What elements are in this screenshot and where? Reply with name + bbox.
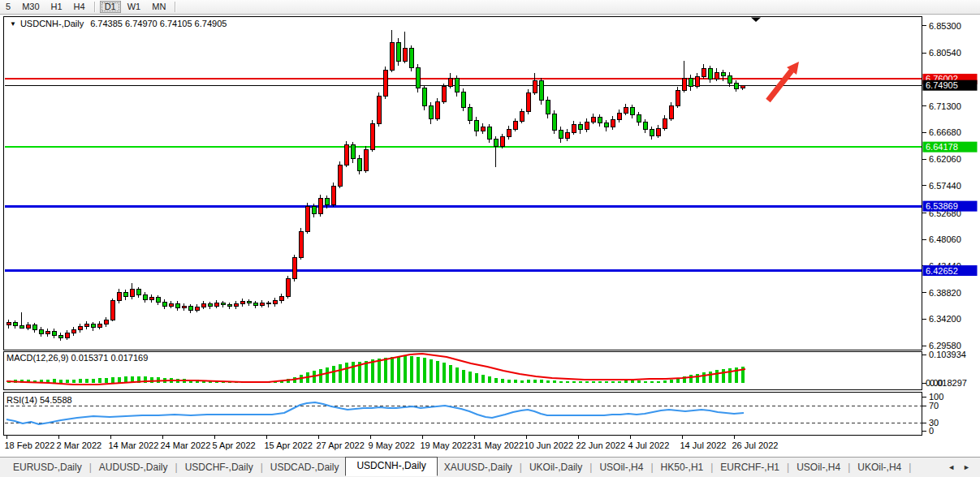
candle-body [58, 336, 63, 337]
macd-histogram-bar [631, 380, 634, 383]
date-label: 10 Jun 2022 [525, 440, 574, 450]
timeframe-button-5[interactable]: 5 [1, 1, 15, 13]
candle-body [279, 297, 283, 301]
candle-body [455, 79, 459, 92]
macd-histogram-bar [663, 380, 667, 383]
candle-body [390, 42, 394, 70]
macd-histogram-bar [449, 365, 452, 383]
candle-body [676, 91, 680, 105]
date-label: 24 Mar 2022 [161, 440, 211, 450]
macd-histogram-bar [59, 380, 63, 383]
candle-body [702, 69, 706, 77]
symbol-tab-xauusd-daily[interactable]: XAUUSD-,Daily [438, 460, 519, 475]
timeframe-button-h1[interactable]: H1 [46, 1, 67, 13]
candle-body [695, 77, 699, 87]
tab-scroll-left-icon[interactable]: ◄ [948, 463, 955, 471]
candle-body [175, 303, 179, 308]
candle-body [637, 114, 641, 122]
candle-body [364, 150, 368, 170]
candle-body [481, 127, 485, 131]
macd-histogram-bar [715, 370, 719, 383]
candle-body [247, 301, 251, 303]
toolbar-separator [175, 2, 176, 12]
timeframe-button-w1[interactable]: W1 [123, 1, 146, 13]
candle-body [182, 307, 186, 308]
date-label: 26 Jul 2022 [732, 440, 779, 450]
tab-scroll-right-icon[interactable]: ► [963, 463, 970, 471]
macd-axis-current-label: 0.018297 [930, 378, 967, 388]
macd-histogram-bar [430, 359, 433, 383]
date-label: 19 May 2022 [421, 440, 473, 450]
candle-body [78, 327, 82, 330]
macd-histogram-bar [319, 369, 322, 383]
candle-body [396, 42, 400, 61]
macd-histogram-bar [339, 364, 342, 383]
chart-svg[interactable]: 6.853006.805406.713006.666806.620606.574… [0, 0, 980, 477]
candle-body [487, 127, 491, 139]
macd-histogram-bar [85, 379, 89, 383]
candle-body [305, 207, 309, 231]
macd-histogram-bar [150, 377, 153, 383]
symbol-tab-ukoil-h4[interactable]: UKOil-,H4 [851, 460, 908, 475]
candle-body [331, 186, 335, 204]
date-label: 22 Jun 2022 [576, 440, 626, 450]
price-tick-label: 6.48060 [929, 234, 961, 244]
candle-body [624, 107, 628, 113]
candle-body [734, 83, 738, 88]
symbol-tab-usoil-h4[interactable]: USOil-,H4 [790, 460, 847, 475]
chart-title: ▼USDCNH-,Daily6.74385 6.74970 6.74105 6.… [10, 19, 227, 28]
symbol-tab-usdcad-daily[interactable]: USDCAD-,Daily [264, 460, 346, 475]
candle-body [494, 139, 498, 146]
macd-histogram-bar [611, 381, 615, 383]
candle-body [195, 307, 199, 311]
candle-body [39, 329, 43, 333]
macd-histogram-bar [579, 381, 582, 383]
chart-symbol-label: USDCNH-,Daily [20, 19, 84, 28]
symbol-tab-ukoil-daily[interactable]: UKOil-,Daily [523, 460, 589, 475]
macd-histogram-bar [72, 380, 76, 383]
macd-histogram-bar [507, 380, 511, 383]
candle-body [299, 231, 303, 258]
tab-separator: | [787, 462, 789, 473]
timeframe-button-mn[interactable]: MN [147, 1, 171, 13]
toolbar-separator [94, 2, 96, 12]
candle-body [565, 132, 569, 138]
symbol-tab-usdcnh-daily[interactable]: USDCNH-,Daily [345, 457, 437, 476]
chart-canvas[interactable]: 6.853006.805406.713006.666806.620606.574… [0, 0, 980, 477]
candle-body [117, 292, 121, 301]
tab-separator: | [89, 462, 92, 473]
timeframe-button-m30[interactable]: M30 [17, 1, 44, 13]
macd-histogram-bar [605, 381, 608, 383]
candle-body [682, 78, 686, 91]
tab-separator: | [848, 462, 850, 473]
timeframe-button-d1[interactable]: D1 [100, 1, 121, 13]
candle-body [240, 301, 244, 304]
symbol-tab-hk50-h1[interactable]: HK50-,H1 [654, 460, 710, 475]
date-label: 2 Mar 2022 [57, 440, 102, 450]
symbol-tab-audusd-daily[interactable]: AUDUSD-,Daily [93, 460, 175, 475]
timeframe-button-h4[interactable]: H4 [69, 1, 90, 13]
candle-body [591, 117, 595, 122]
macd-histogram-bar [436, 361, 439, 383]
macd-histogram-bar [345, 363, 348, 383]
candle-body [19, 325, 24, 328]
symbol-tab-eurchf-h1[interactable]: EURCHF-,H1 [714, 460, 786, 475]
symbol-tab-usoil-h4[interactable]: USOil-,H4 [593, 460, 650, 475]
candle-body [442, 87, 446, 101]
candle-body [104, 320, 108, 324]
tab-separator: | [175, 462, 178, 473]
candle-body [45, 331, 50, 333]
candle-body [656, 128, 660, 135]
price-tick-label: 6.62060 [929, 154, 961, 164]
symbol-tab-usdchf-daily[interactable]: USDCHF-,Daily [179, 460, 260, 475]
macd-histogram-bar [423, 358, 426, 383]
candle-body [97, 324, 101, 327]
candle-body [689, 78, 693, 87]
chart-expand-icon[interactable]: ▼ [10, 20, 16, 28]
candle-body [13, 323, 17, 326]
candle-body [552, 114, 556, 131]
macd-histogram-bar [410, 356, 413, 383]
macd-histogram-bar [378, 359, 381, 383]
macd-histogram-bar [501, 379, 504, 383]
symbol-tab-eurusd-daily[interactable]: EURUSD-,Daily [6, 460, 89, 475]
